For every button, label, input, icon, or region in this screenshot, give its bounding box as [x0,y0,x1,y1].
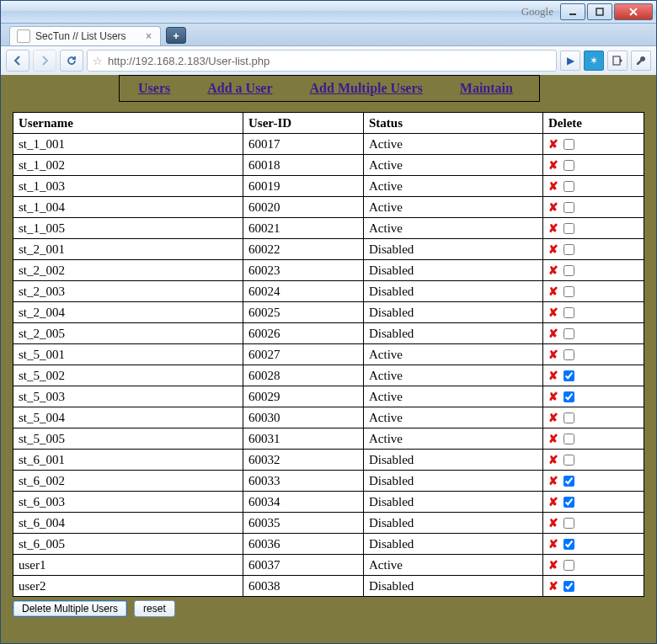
google-brand: Google [521,5,553,19]
browser-tab[interactable]: SecTun // List Users × [9,26,161,45]
wrench-menu-button[interactable] [631,51,651,71]
cell-status: Disabled [364,239,543,260]
delete-checkbox[interactable] [564,434,574,444]
delete-icon[interactable]: ✘ [548,221,558,236]
cell-username: st_2_001 [13,239,243,260]
delete-checkbox[interactable] [564,139,574,150]
forward-button[interactable] [33,50,56,72]
table-row: user160037Active✘ [13,555,644,576]
delete-icon[interactable]: ✘ [548,158,558,173]
table-row: st_1_00560021Active✘ [13,218,644,239]
delete-icon[interactable]: ✘ [548,390,558,404]
cell-status: Disabled [364,260,543,281]
delete-checkbox[interactable] [564,160,574,171]
delete-icon[interactable]: ✘ [548,537,558,551]
delete-checkbox[interactable] [564,455,574,466]
delete-icon[interactable]: ✘ [548,495,558,509]
delete-icon[interactable]: ✘ [548,432,558,446]
delete-checkbox[interactable] [564,391,574,402]
cell-delete: ✘ [543,492,644,513]
cell-status: Active [364,365,543,386]
cell-status: Active [364,407,543,428]
delete-checkbox[interactable] [564,202,574,213]
delete-checkbox[interactable] [564,539,574,550]
cell-user-id: 60033 [243,471,364,492]
toolbar-right: ▶ ✶ [560,51,651,71]
delete-checkbox[interactable] [564,370,574,381]
delete-checkbox[interactable] [564,265,574,276]
cell-username: st_5_003 [13,386,243,407]
delete-icon[interactable]: ✘ [548,516,558,530]
delete-icon[interactable]: ✘ [548,411,558,425]
delete-icon[interactable]: ✘ [548,453,558,467]
nav-maintain-link[interactable]: Maintain [441,81,531,96]
cell-user-id: 60024 [243,281,364,302]
table-header-row: Username User-ID Status Delete [13,113,644,134]
cell-delete: ✘ [543,323,644,344]
delete-icon[interactable]: ✘ [548,327,558,341]
delete-icon[interactable]: ✘ [548,179,558,194]
page-body: Username User-ID Status Delete st_1_0016… [1,104,656,629]
extension-button[interactable]: ✶ [584,51,604,71]
cell-user-id: 60031 [243,428,364,450]
cell-username: st_6_003 [13,492,243,513]
delete-icon[interactable]: ✘ [548,263,558,278]
delete-icon[interactable]: ✘ [548,558,558,572]
back-button[interactable] [6,50,29,72]
nav-users-link[interactable]: Users [120,81,189,96]
window-maximize-button[interactable] [587,3,612,20]
delete-checkbox[interactable] [564,286,574,297]
cell-user-id: 60028 [243,365,364,386]
play-button[interactable]: ▶ [560,51,580,71]
delete-checkbox[interactable] [564,581,574,592]
cell-user-id: 60037 [243,555,364,576]
delete-checkbox[interactable] [564,328,574,339]
new-tab-button[interactable]: + [166,27,186,44]
delete-checkbox[interactable] [564,349,574,360]
tab-close-button[interactable]: × [146,30,152,42]
delete-icon[interactable]: ✘ [548,474,558,488]
window-minimize-button[interactable] [560,3,585,20]
cell-username: st_1_003 [13,176,243,197]
url-bar[interactable]: ☆ http://192.168.2.183/User-list.php [87,50,557,72]
cell-username: st_5_005 [13,428,243,450]
delete-icon[interactable]: ✘ [548,306,558,320]
delete-checkbox[interactable] [564,518,574,529]
delete-icon[interactable]: ✘ [548,348,558,362]
page-menu-button[interactable] [607,51,628,71]
table-row: st_6_00160032Disabled✘ [13,450,644,471]
delete-icon[interactable]: ✘ [548,285,558,299]
window-close-button[interactable] [614,3,653,20]
delete-icon[interactable]: ✘ [548,200,558,215]
delete-checkbox[interactable] [564,307,574,318]
delete-checkbox[interactable] [564,223,574,234]
delete-icon[interactable]: ✘ [548,579,558,593]
nav-add-user-link[interactable]: Add a User [189,81,291,96]
delete-checkbox[interactable] [564,181,574,192]
nav-add-multiple-link[interactable]: Add Multiple Users [291,81,441,96]
delete-multiple-button[interactable]: Delete Multiple Users [13,600,127,617]
cell-delete: ✘ [543,260,644,281]
cell-delete: ✘ [543,576,644,597]
cell-delete: ✘ [543,513,644,534]
cell-username: st_6_001 [13,450,243,471]
delete-icon[interactable]: ✘ [548,137,558,152]
bookmark-star-icon[interactable]: ☆ [93,55,103,67]
cell-status: Disabled [364,471,543,492]
button-row: Delete Multiple Users reset [13,600,644,617]
delete-icon[interactable]: ✘ [548,242,558,257]
delete-checkbox[interactable] [564,412,574,423]
cell-delete: ✘ [543,176,644,197]
delete-checkbox[interactable] [564,560,574,571]
reset-button[interactable]: reset [134,600,175,617]
table-row: st_6_00360034Disabled✘ [13,492,644,513]
delete-checkbox[interactable] [564,497,574,508]
delete-icon[interactable]: ✘ [548,369,558,383]
delete-checkbox[interactable] [564,244,574,255]
page-viewport[interactable]: Users Add a User Add Multiple Users Main… [1,75,656,643]
cell-delete: ✘ [543,407,644,428]
delete-checkbox[interactable] [564,476,574,487]
cell-delete: ✘ [543,239,644,260]
reload-button[interactable] [60,50,83,72]
cell-user-id: 60017 [243,134,364,155]
